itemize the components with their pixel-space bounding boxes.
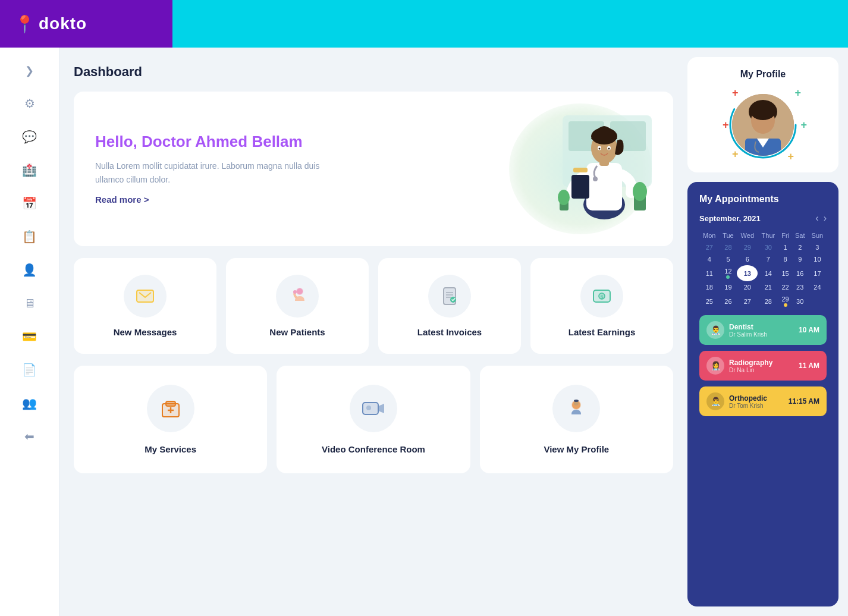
latest-invoices-icon-wrapper (428, 275, 471, 318)
sidebar-item-file[interactable]: 📄 (15, 356, 44, 384)
appointment-orthopedic[interactable]: 👨‍⚕️ Orthopedic Dr Tom Krish 11:15 AM (699, 386, 827, 416)
cal-day[interactable]: 21 (758, 281, 778, 293)
services-grid: My Services Video Conference Room (74, 366, 673, 473)
cal-day[interactable]: 5 (720, 253, 737, 265)
sidebar-item-profile[interactable]: 👥 (15, 389, 44, 417)
cal-day[interactable]: 11 (699, 265, 720, 281)
cal-header-fri: Fri (778, 230, 792, 241)
read-more-link[interactable]: Read more > (95, 194, 149, 205)
stat-messages-label: New Messages (114, 327, 177, 337)
profile-avatar-container: + + + + + + (727, 89, 799, 161)
cal-day[interactable]: 30 (792, 293, 808, 309)
top-bar: 📍 dokto (0, 0, 848, 48)
services-icon-svg (158, 395, 184, 422)
service-view-profile[interactable]: View My Profile (480, 366, 673, 473)
logo-icon: 📍 (14, 14, 35, 34)
sidebar-item-card[interactable]: 💳 (15, 322, 44, 351)
hero-greeting: Hello, Doctor Ahmed Bellam (95, 133, 333, 151)
cal-day[interactable] (808, 293, 827, 309)
svg-point-16 (633, 182, 647, 201)
cal-day[interactable]: 28 (720, 241, 737, 253)
plus-tl: + (732, 87, 739, 99)
cal-day[interactable]: 27 (699, 241, 720, 253)
calendar-month: September, 2021 (699, 214, 761, 223)
sidebar-item-settings[interactable]: ⚙ (15, 89, 44, 118)
cal-day[interactable]: 28 (758, 293, 778, 309)
svg-rect-4 (586, 163, 622, 210)
sidebar-item-calendar[interactable]: 📅 (15, 189, 44, 218)
svg-rect-5 (571, 175, 589, 199)
sidebar-expand[interactable]: ❯ (0, 57, 59, 84)
cal-day[interactable]: 24 (808, 281, 827, 293)
svg-rect-6 (573, 168, 588, 172)
cal-day[interactable]: 4 (699, 253, 720, 265)
appointment-dentist[interactable]: 👨‍⚕️ Dentist Dr Salim Krish 10 AM (699, 315, 827, 345)
svg-rect-19 (137, 290, 153, 302)
service-my-services[interactable]: My Services (74, 366, 267, 473)
cal-day[interactable]: 29 (778, 293, 792, 309)
svg-text:$: $ (601, 294, 604, 300)
cal-header-sun: Sun (808, 230, 827, 241)
stat-latest-invoices[interactable]: Latest Invoices (378, 258, 521, 354)
cal-day[interactable]: 14 (758, 265, 778, 281)
appt-ortho-info: Orthopedic Dr Tom Krish (729, 394, 767, 409)
cal-day[interactable]: 15 (778, 265, 792, 281)
sidebar-item-monitor[interactable]: 🖥 (15, 289, 44, 318)
hero-card: Hello, Doctor Ahmed Bellam Nulla Lorem m… (74, 92, 673, 246)
cal-day[interactable]: 22 (778, 281, 792, 293)
svg-point-43 (366, 406, 371, 410)
avatar-svg (732, 94, 794, 156)
cal-day[interactable]: 17 (808, 265, 827, 281)
cal-day[interactable]: 9 (792, 253, 808, 265)
cal-day[interactable]: 18 (699, 281, 720, 293)
view-profile-label: View My Profile (544, 444, 609, 454)
stat-new-patients[interactable]: New Patients (226, 258, 369, 354)
cal-day[interactable]: 27 (737, 293, 758, 309)
cal-day[interactable]: 3 (808, 241, 827, 253)
hero-description: Nulla Lorem mollit cupidatat irure. Labo… (95, 159, 333, 186)
main-layout: ❯ ⚙ 💬 🏥 📅 📋 👤 🖥 💳 📄 👥 ⬅ Dashboard Hello,… (0, 48, 848, 616)
cal-day[interactable]: 8 (778, 253, 792, 265)
sidebar-item-medical[interactable]: 🏥 (15, 156, 44, 184)
stat-new-messages[interactable]: New Messages (74, 258, 216, 354)
hero-illustration (497, 115, 652, 222)
cal-day[interactable]: 20 (737, 281, 758, 293)
cal-day[interactable]: 26 (720, 293, 737, 309)
cal-day[interactable]: 25 (699, 293, 720, 309)
sidebar-item-logout[interactable]: ⬅ (15, 422, 44, 451)
my-services-label: My Services (145, 444, 196, 454)
right-panel: My Profile + + + + + + (687, 48, 848, 616)
cal-next[interactable]: › (824, 213, 827, 224)
cal-day-today[interactable]: 13 (737, 265, 758, 281)
appt-dentist-name: Dentist (729, 323, 767, 331)
patients-icon (287, 285, 308, 307)
calendar-header: September, 2021 ‹ › (699, 213, 827, 224)
cal-day[interactable]: 19 (720, 281, 737, 293)
cal-day[interactable]: 7 (758, 253, 778, 265)
cal-prev[interactable]: ‹ (815, 213, 818, 224)
page-title: Dashboard (74, 64, 673, 80)
plus-mr: + (800, 119, 807, 131)
appt-dentist-info: Dentist Dr Salim Krish (729, 323, 767, 338)
profile-avatar (732, 94, 794, 156)
cal-day[interactable]: 23 (792, 281, 808, 293)
cal-day[interactable]: 1 (778, 241, 792, 253)
stat-latest-earnings[interactable]: $ Latest Earnings (530, 258, 673, 354)
sidebar-item-messages[interactable]: 💬 (15, 122, 44, 151)
sidebar-item-reports[interactable]: 📋 (15, 222, 44, 251)
cal-day[interactable]: 2 (792, 241, 808, 253)
cal-day[interactable]: 16 (792, 265, 808, 281)
cal-day[interactable]: 12 (720, 265, 737, 281)
svg-point-13 (608, 148, 610, 150)
cal-day[interactable]: 30 (758, 241, 778, 253)
appointment-radiography[interactable]: 👩‍⚕️ Radiography Dr Na Lin 11 AM (699, 351, 827, 381)
cal-day[interactable]: 29 (737, 241, 758, 253)
sidebar-item-contact[interactable]: 👤 (15, 256, 44, 284)
appt-radio-time: 11 AM (799, 362, 819, 370)
new-messages-icon-wrapper (124, 275, 167, 318)
cal-day[interactable]: 10 (808, 253, 827, 265)
profile-icon-svg (563, 395, 589, 422)
service-video-conference[interactable]: Video Conference Room (277, 366, 470, 473)
cal-day[interactable]: 6 (737, 253, 758, 265)
cal-header-mon: Mon (699, 230, 720, 241)
